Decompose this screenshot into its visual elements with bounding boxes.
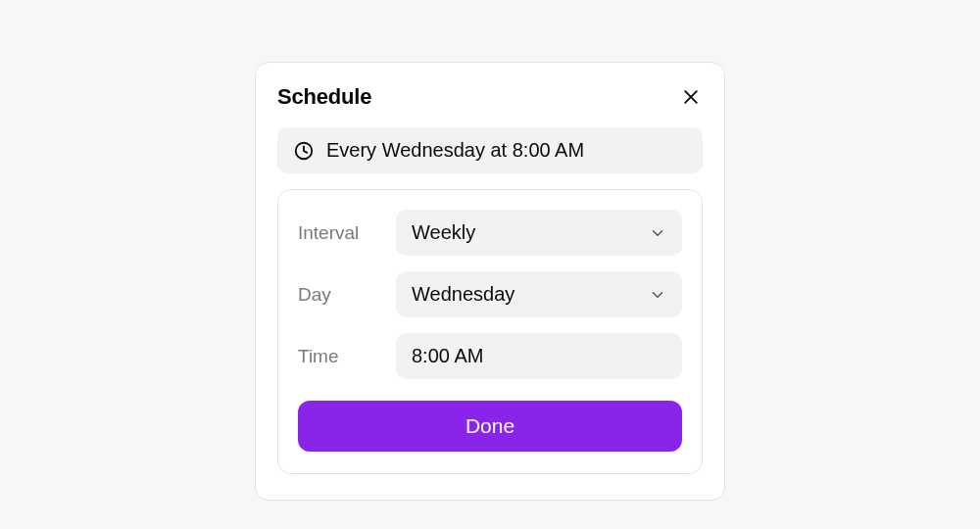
schedule-summary: Every Wednesday at 8:00 AM [277, 127, 703, 173]
day-value: Wednesday [412, 283, 514, 306]
modal-title: Schedule [277, 84, 371, 110]
interval-select[interactable]: Weekly [396, 210, 682, 256]
interval-value: Weekly [412, 221, 475, 244]
schedule-form-panel: Interval Weekly Day Wednesday Time 8:00 … [277, 189, 703, 474]
day-label: Day [298, 284, 396, 306]
interval-row: Interval Weekly [298, 210, 682, 256]
close-button[interactable] [679, 85, 703, 109]
chevron-down-icon [649, 286, 666, 304]
schedule-modal: Schedule Every Wednesday at 8:00 AM Inte… [255, 62, 725, 501]
clock-icon [293, 140, 315, 162]
interval-label: Interval [298, 222, 396, 244]
chevron-down-icon [649, 224, 666, 242]
modal-header: Schedule [277, 84, 703, 110]
day-row: Day Wednesday [298, 271, 682, 317]
close-icon [681, 87, 701, 107]
day-select[interactable]: Wednesday [396, 271, 682, 317]
summary-text: Every Wednesday at 8:00 AM [326, 139, 584, 162]
time-value: 8:00 AM [412, 345, 483, 366]
time-label: Time [298, 346, 396, 367]
time-input[interactable]: 8:00 AM [396, 333, 682, 379]
done-button[interactable]: Done [298, 401, 682, 452]
time-row: Time 8:00 AM [298, 333, 682, 379]
